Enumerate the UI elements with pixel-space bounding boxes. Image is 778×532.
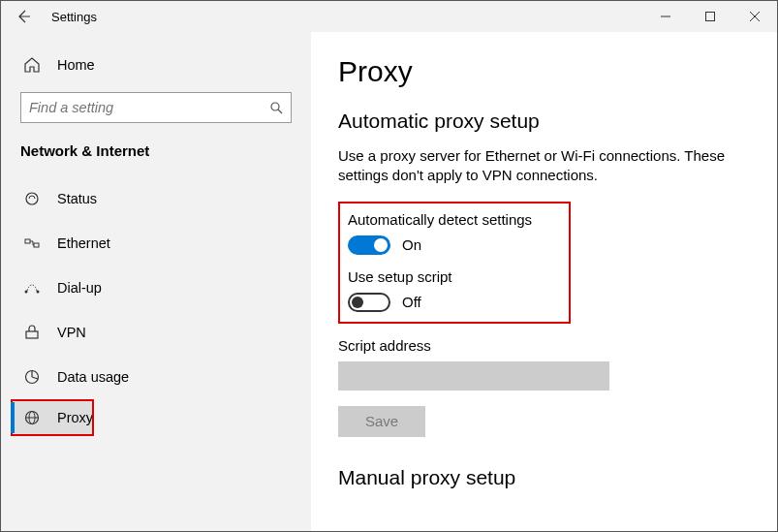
status-icon: [22, 190, 42, 207]
auto-settings-highlight: Automatically detect settings On Use set…: [338, 202, 571, 324]
auto-detect-label: Automatically detect settings: [348, 211, 561, 228]
settings-window: Settings: [0, 0, 778, 532]
svg-point-9: [25, 291, 28, 294]
script-address-input: [338, 361, 609, 391]
sidebar-item-label: Proxy: [57, 410, 93, 425]
setup-script-state: Off: [402, 294, 421, 310]
maximize-icon: [704, 11, 716, 22]
auto-setup-heading: Automatic proxy setup: [338, 110, 750, 133]
sidebar-item-proxy[interactable]: Proxy: [11, 399, 94, 436]
svg-point-6: [26, 193, 38, 204]
sidebar: Home Network & Internet: [1, 32, 311, 531]
sidebar-nav: Status Ethernet: [1, 176, 311, 436]
svg-rect-8: [34, 243, 39, 247]
content: Proxy Automatic proxy setup Use a proxy …: [311, 32, 777, 531]
setup-script-label: Use setup script: [348, 268, 561, 285]
script-address-label: Script address: [338, 337, 750, 354]
sidebar-item-label: Data usage: [57, 369, 129, 385]
sidebar-item-label: Ethernet: [57, 235, 110, 251]
sidebar-home[interactable]: Home: [1, 46, 311, 84]
proxy-icon: [22, 409, 42, 426]
svg-line-5: [278, 110, 282, 113]
search-icon: [269, 101, 283, 114]
sidebar-item-datausage[interactable]: Data usage: [1, 355, 311, 399]
maximize-button[interactable]: [688, 1, 732, 32]
minimize-icon: [660, 11, 671, 22]
save-button: Save: [338, 406, 425, 437]
back-button[interactable]: [1, 9, 46, 24]
sidebar-item-label: Status: [57, 191, 97, 206]
sidebar-item-vpn[interactable]: VPN: [1, 310, 311, 355]
auto-detect-toggle[interactable]: [348, 235, 390, 255]
auto-detect-state: On: [402, 236, 421, 253]
svg-rect-7: [25, 239, 30, 243]
titlebar: Settings: [1, 1, 777, 32]
search-input[interactable]: [29, 100, 269, 115]
minimize-button[interactable]: [643, 1, 688, 32]
sidebar-section-heading: Network & Internet: [1, 137, 311, 176]
search-wrap: [1, 84, 311, 137]
save-button-label: Save: [365, 413, 398, 429]
body: Home Network & Internet: [1, 32, 777, 531]
manual-setup-heading: Manual proxy setup: [338, 466, 750, 489]
ethernet-icon: [22, 235, 42, 252]
home-icon: [22, 56, 42, 74]
svg-point-10: [37, 291, 40, 294]
home-label: Home: [57, 57, 95, 73]
svg-point-4: [271, 103, 279, 110]
page-title: Proxy: [338, 55, 750, 88]
svg-rect-11: [26, 331, 38, 338]
sidebar-item-ethernet[interactable]: Ethernet: [1, 221, 311, 266]
search-box[interactable]: [20, 92, 292, 123]
setup-script-toggle[interactable]: [348, 293, 390, 312]
dialup-icon: [22, 279, 42, 297]
sidebar-item-dialup[interactable]: Dial-up: [1, 266, 311, 310]
auto-detect-toggle-row: On: [348, 235, 561, 255]
arrow-left-icon: [16, 9, 31, 24]
sidebar-item-status[interactable]: Status: [1, 176, 311, 221]
datausage-icon: [22, 368, 42, 386]
svg-rect-1: [706, 13, 715, 21]
sidebar-item-label: Dial-up: [57, 280, 102, 296]
window-title: Settings: [46, 10, 97, 24]
close-icon: [749, 11, 761, 22]
setup-script-toggle-row: Off: [348, 293, 561, 312]
vpn-icon: [22, 324, 42, 341]
auto-setup-desc: Use a proxy server for Ethernet or Wi-Fi…: [338, 146, 745, 186]
sidebar-item-label: VPN: [57, 325, 86, 340]
close-button[interactable]: [732, 1, 777, 32]
